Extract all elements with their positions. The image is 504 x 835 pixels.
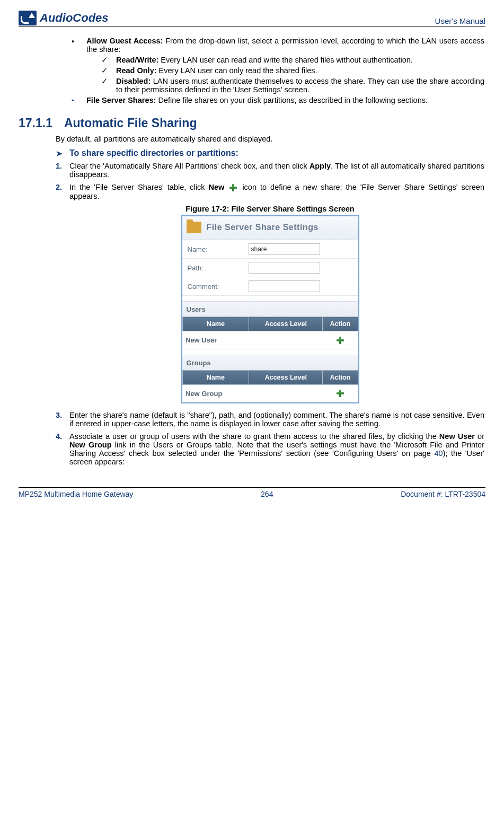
col-access-level: Access Level (249, 317, 323, 331)
comment-label: Comment: (188, 283, 249, 291)
page-footer: MP252 Multimedia Home Gateway 264 Docume… (19, 487, 485, 498)
users-section-head: Users (182, 301, 358, 317)
figure-screenshot: File Server Share Settings Name: Path: C… (181, 215, 359, 403)
diamond-icon: ♦ (72, 38, 86, 55)
read-only-text: Every LAN user can only read the shared … (157, 66, 317, 75)
add-group-action[interactable] (323, 384, 358, 402)
plus-icon (229, 183, 237, 192)
groups-section-head: Groups (182, 355, 358, 370)
bullet-read-write: ✓ Read/Write: Every LAN user can read an… (101, 56, 484, 64)
step-1-apply: Apply (310, 162, 331, 170)
col-action: Action (323, 370, 358, 384)
new-user-link[interactable]: New User (182, 331, 323, 349)
step-2-text-a: In the 'File Server Shares' table, click (69, 183, 209, 191)
check-icon: ✓ (101, 77, 116, 94)
field-path: Path: (182, 259, 358, 277)
arrow-icon: ➤ (56, 148, 69, 159)
step-4-new-user: New User (439, 432, 475, 441)
path-label: Path: (188, 264, 249, 272)
figure-titlebar: File Server Share Settings (182, 216, 358, 240)
check-icon: ✓ (101, 56, 116, 64)
page-link-40[interactable]: 40 (434, 449, 443, 458)
section-title: Automatic File Sharing (64, 116, 197, 130)
logo: AudioCodes (19, 11, 109, 25)
figure-caption: Figure 17-2: File Server Share Settings … (56, 205, 484, 213)
comment-input[interactable] (249, 280, 320, 292)
file-server-text: Define file shares on your disk partitio… (156, 96, 428, 104)
add-user-action[interactable] (323, 331, 358, 349)
bullet-disabled: ✓ Disabled: LAN users must authenticate … (101, 77, 484, 94)
step-4-new-group: New Group (69, 441, 112, 449)
table-row: New Group (182, 384, 358, 402)
step-number: 4. (56, 432, 69, 466)
step-1-text-a: Clear the 'Automatically Share All Parti… (69, 162, 310, 170)
step-number: 1. (56, 162, 69, 179)
step-number: 3. (56, 411, 69, 428)
section-intro: By default, all partitions are automatic… (56, 135, 484, 143)
page-header: AudioCodes User's Manual (19, 11, 485, 27)
step-2: 2. In the 'File Server Shares' table, cl… (56, 183, 484, 200)
bullet-file-server-shares: • File Server Shares: Define file shares… (72, 96, 484, 104)
groups-table: Name Access Level Action New Group (182, 370, 358, 403)
read-only-label: Read Only: (116, 66, 157, 75)
file-server-label: File Server Shares: (86, 96, 156, 104)
step-3: 3. Enter the share's name (default is "s… (56, 411, 484, 428)
new-group-link[interactable]: New Group (182, 384, 323, 402)
step-4: 4. Associate a user or group of users wi… (56, 432, 484, 466)
allow-guest-label: Allow Guest Access: (86, 37, 163, 45)
col-name: Name (182, 317, 249, 331)
table-row: New User (182, 331, 358, 349)
check-icon: ✓ (101, 66, 116, 75)
plus-icon (336, 389, 344, 398)
users-table: Name Access Level Action New User (182, 317, 358, 349)
field-name: Name: (182, 240, 358, 259)
col-action: Action (323, 317, 358, 331)
name-label: Name: (188, 245, 249, 253)
step-2-new: New (209, 183, 225, 191)
step-4-text-e: link in the Users or Groups table. Note … (69, 441, 484, 458)
section-heading: 17.1.1 Automatic File Sharing (19, 116, 485, 130)
folder-icon (187, 222, 201, 233)
footer-left: MP252 Multimedia Home Gateway (19, 490, 133, 498)
dot-icon: • (72, 96, 86, 105)
header-right-text: User's Manual (435, 16, 485, 25)
logo-text: AudioCodes (40, 11, 109, 25)
step-4-text-c: or (475, 432, 484, 441)
bullet-allow-guest: ♦ Allow Guest Access: From the drop-down… (72, 37, 484, 54)
step-number: 2. (56, 183, 69, 200)
read-write-label: Read/Write: (116, 56, 158, 64)
name-input[interactable] (249, 243, 320, 255)
read-write-text: Every LAN user can read and write the sh… (158, 56, 413, 64)
footer-right: Document #: LTRT-23504 (401, 490, 485, 498)
bullet-read-only: ✓ Read Only: Every LAN user can only rea… (101, 66, 484, 75)
footer-page-number: 264 (261, 490, 273, 498)
section-number: 17.1.1 (19, 116, 52, 130)
col-access-level: Access Level (249, 370, 323, 384)
procedure-heading-text: To share specific directories or partiti… (69, 148, 238, 159)
step-3-text: Enter the share's name (default is "shar… (69, 411, 484, 428)
path-input[interactable] (249, 262, 320, 274)
logo-icon (19, 11, 37, 25)
procedure-heading: ➤ To share specific directories or parti… (56, 148, 484, 159)
disabled-text: LAN users must authenticate themselves t… (116, 77, 484, 94)
col-name: Name (182, 370, 249, 384)
plus-icon (336, 336, 344, 345)
step-4-text-a: Associate a user or group of users with … (69, 432, 439, 441)
figure-title-text: File Server Share Settings (207, 223, 319, 232)
field-comment: Comment: (182, 277, 358, 296)
disabled-label: Disabled: (116, 77, 151, 85)
step-1: 1. Clear the 'Automatically Share All Pa… (56, 162, 484, 179)
